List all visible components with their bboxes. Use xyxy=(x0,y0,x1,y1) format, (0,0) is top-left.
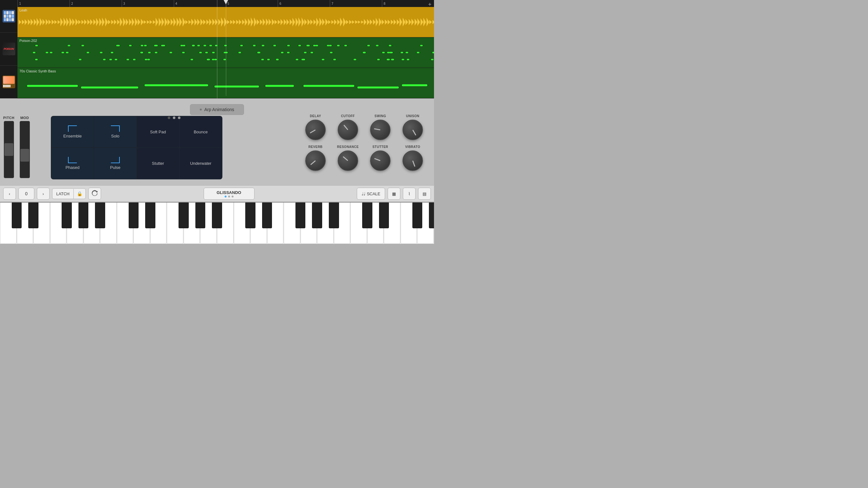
keys-button[interactable]: ▦ xyxy=(388,188,400,200)
knob-stutter[interactable] xyxy=(370,151,391,171)
svg-rect-253 xyxy=(214,86,259,88)
knob-resonance[interactable] xyxy=(338,151,358,171)
knob-delay[interactable] xyxy=(305,120,326,140)
list-button[interactable]: ▤ xyxy=(418,188,431,200)
black-key-15[interactable] xyxy=(262,202,272,228)
preset-underwater[interactable]: Underwater xyxy=(180,148,222,179)
svg-rect-144 xyxy=(329,45,332,46)
svg-rect-201 xyxy=(257,52,260,53)
glissando-button[interactable]: GLISSANDO xyxy=(204,188,254,200)
svg-marker-83 xyxy=(266,19,269,26)
preset-solo[interactable]: Solo xyxy=(94,117,136,147)
svg-marker-113 xyxy=(355,20,358,24)
black-key-11[interactable] xyxy=(195,202,206,228)
track-icon-poison[interactable]: POISON xyxy=(0,33,18,65)
page-dot-2[interactable] xyxy=(173,117,175,119)
svg-marker-11 xyxy=(52,20,54,25)
pitch-slider[interactable] xyxy=(4,121,14,178)
black-key-5[interactable] xyxy=(95,202,105,228)
svg-marker-25 xyxy=(93,19,96,25)
label-stutter: Stutter xyxy=(152,161,164,166)
preset-ensemble[interactable]: Ensemble xyxy=(52,117,94,147)
svg-marker-1 xyxy=(22,20,25,25)
svg-rect-146 xyxy=(376,45,378,46)
pitch-mod-area: PITCH MOD xyxy=(3,116,30,178)
svg-marker-39 xyxy=(135,18,137,26)
knob-unison[interactable] xyxy=(403,120,423,140)
label-ensemble: Ensemble xyxy=(63,134,82,138)
page-dot-3[interactable] xyxy=(178,117,181,119)
black-key-0[interactable] xyxy=(12,202,22,228)
wave-button[interactable]: ⌇ xyxy=(403,188,415,200)
black-key-25[interactable] xyxy=(429,202,434,228)
svg-rect-213 xyxy=(363,52,366,53)
preset-pulse[interactable]: Pulse xyxy=(94,148,136,179)
add-track-button[interactable]: + xyxy=(428,1,431,7)
mod-slider[interactable] xyxy=(20,121,30,178)
svg-marker-88 xyxy=(281,19,283,25)
arp-animations-button[interactable]: Arp Animations xyxy=(190,104,244,115)
svg-rect-210 xyxy=(148,52,151,53)
svg-marker-90 xyxy=(286,19,289,25)
lock-icon[interactable]: 🔒 xyxy=(74,189,86,199)
black-key-3[interactable] xyxy=(62,202,72,228)
svg-rect-214 xyxy=(304,52,307,53)
label-softpad: Soft Pad xyxy=(150,130,166,134)
svg-marker-30 xyxy=(108,20,111,24)
black-key-10[interactable] xyxy=(179,202,189,228)
svg-marker-51 xyxy=(170,19,173,25)
black-key-8[interactable] xyxy=(145,202,155,228)
knob-vibrato[interactable] xyxy=(403,151,423,171)
black-key-18[interactable] xyxy=(312,202,322,228)
svg-marker-41 xyxy=(141,19,144,25)
black-key-21[interactable] xyxy=(362,202,372,228)
ruler-mark-7: 7 xyxy=(330,0,382,7)
octave-up-button[interactable]: › xyxy=(37,188,50,200)
svg-marker-128 xyxy=(400,18,402,26)
svg-rect-254 xyxy=(265,85,294,87)
svg-marker-134 xyxy=(417,19,420,26)
preset-softpad[interactable]: Soft Pad xyxy=(137,117,179,147)
svg-rect-188 xyxy=(401,52,403,53)
black-key-12[interactable] xyxy=(212,202,222,228)
octave-down-button[interactable]: ‹ xyxy=(3,188,16,200)
svg-rect-171 xyxy=(181,45,183,46)
arp-label: Arp Animations xyxy=(204,107,234,112)
knob-swing[interactable] xyxy=(370,120,391,140)
black-key-19[interactable] xyxy=(329,202,339,228)
svg-marker-132 xyxy=(411,19,414,26)
knob-reverb[interactable] xyxy=(305,151,326,171)
track-icon-leah[interactable] xyxy=(0,0,18,33)
black-key-24[interactable] xyxy=(412,202,423,228)
black-key-22[interactable] xyxy=(379,202,389,228)
preset-stutter[interactable]: Stutter xyxy=(137,148,179,179)
svg-marker-54 xyxy=(180,18,182,27)
svg-marker-138 xyxy=(429,20,432,24)
svg-marker-117 xyxy=(367,19,370,25)
svg-marker-87 xyxy=(278,20,280,24)
prev-icon: ‹ xyxy=(9,191,10,196)
svg-marker-110 xyxy=(346,20,348,24)
black-key-14[interactable] xyxy=(245,202,255,228)
piano-keyboard[interactable] xyxy=(0,202,434,244)
svg-marker-96 xyxy=(304,19,307,25)
svg-marker-133 xyxy=(414,19,417,26)
svg-marker-5 xyxy=(34,19,36,25)
scale-button[interactable]: ♩♩ SCALE xyxy=(357,188,385,200)
knob-cutoff[interactable] xyxy=(338,120,358,140)
svg-rect-198 xyxy=(155,52,157,53)
black-key-7[interactable] xyxy=(129,202,139,228)
svg-marker-21 xyxy=(81,20,84,24)
preset-bounce[interactable]: Bounce xyxy=(180,117,222,147)
black-key-1[interactable] xyxy=(28,202,38,228)
arp-mode-button[interactable] xyxy=(88,188,101,200)
track-icon-bass[interactable] xyxy=(0,66,18,98)
svg-marker-18 xyxy=(72,19,75,25)
black-key-17[interactable] xyxy=(296,202,306,228)
page-dot-1[interactable] xyxy=(168,117,170,119)
svg-rect-176 xyxy=(82,45,84,46)
preset-phased[interactable]: Phased xyxy=(52,148,94,179)
black-key-4[interactable] xyxy=(79,202,89,228)
svg-marker-76 xyxy=(245,19,248,26)
svg-rect-166 xyxy=(141,45,143,46)
